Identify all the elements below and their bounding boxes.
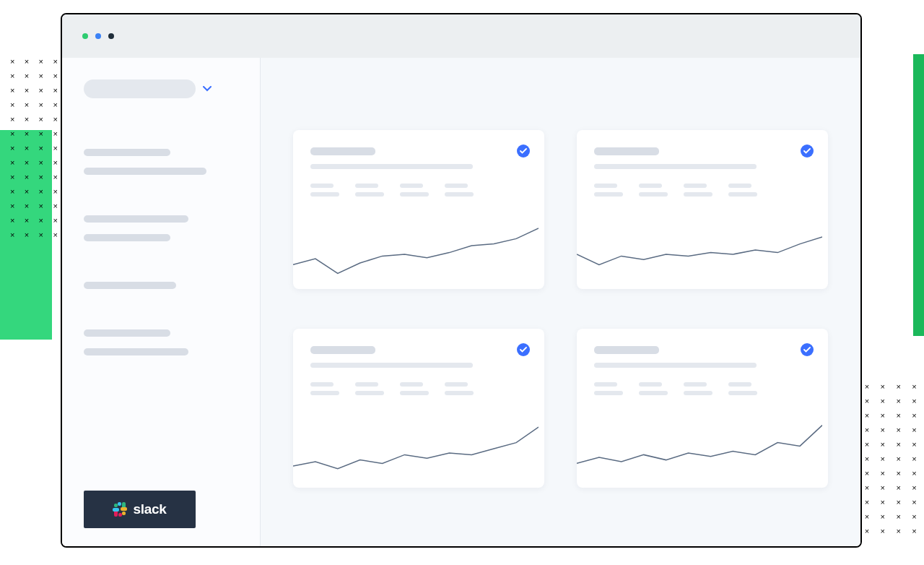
check-icon — [517, 145, 530, 158]
sidebar: slack — [62, 58, 261, 546]
sparkline-chart — [293, 202, 539, 289]
sparkline-chart — [577, 401, 822, 488]
sparkline-chart — [577, 202, 822, 289]
metric-card[interactable] — [293, 130, 544, 289]
slack-integration-button[interactable]: slack — [84, 491, 196, 528]
card-subtitle-placeholder — [310, 164, 473, 169]
metric-card[interactable] — [577, 329, 828, 488]
sparkline-chart — [293, 401, 539, 488]
metric-card[interactable] — [293, 329, 544, 488]
sidebar-group — [84, 329, 242, 367]
app-window: slack — [61, 13, 862, 548]
window-dot — [95, 33, 101, 39]
check-icon — [517, 343, 530, 356]
sidebar-item[interactable] — [84, 282, 176, 289]
sidebar-item[interactable] — [84, 149, 170, 156]
card-title-placeholder — [310, 147, 375, 155]
slack-button-label: slack — [133, 501, 166, 517]
card-subtitle-placeholder — [594, 164, 757, 169]
sidebar-item[interactable] — [84, 168, 206, 175]
check-icon — [801, 145, 814, 158]
sidebar-item[interactable] — [84, 234, 170, 241]
workspace-switcher[interactable] — [84, 79, 242, 98]
main-content — [261, 58, 860, 546]
sidebar-group — [84, 215, 242, 253]
window-dot — [108, 33, 114, 39]
metric-card[interactable] — [577, 130, 828, 289]
sidebar-group — [84, 149, 242, 186]
card-title-placeholder — [594, 147, 659, 155]
sidebar-item[interactable] — [84, 215, 188, 223]
workspace-name-placeholder — [84, 79, 196, 98]
window-titlebar — [62, 14, 860, 58]
sidebar-group — [84, 282, 242, 301]
card-subtitle-placeholder — [310, 363, 473, 368]
card-title-placeholder — [310, 346, 375, 354]
card-subtitle-placeholder — [594, 363, 757, 368]
window-dot — [82, 33, 88, 39]
sidebar-item[interactable] — [84, 348, 188, 355]
chevron-down-icon — [203, 84, 212, 94]
sidebar-item[interactable] — [84, 329, 170, 337]
slack-icon — [113, 502, 127, 517]
check-icon — [801, 343, 814, 356]
decor-green-right — [913, 54, 924, 336]
card-title-placeholder — [594, 346, 659, 354]
